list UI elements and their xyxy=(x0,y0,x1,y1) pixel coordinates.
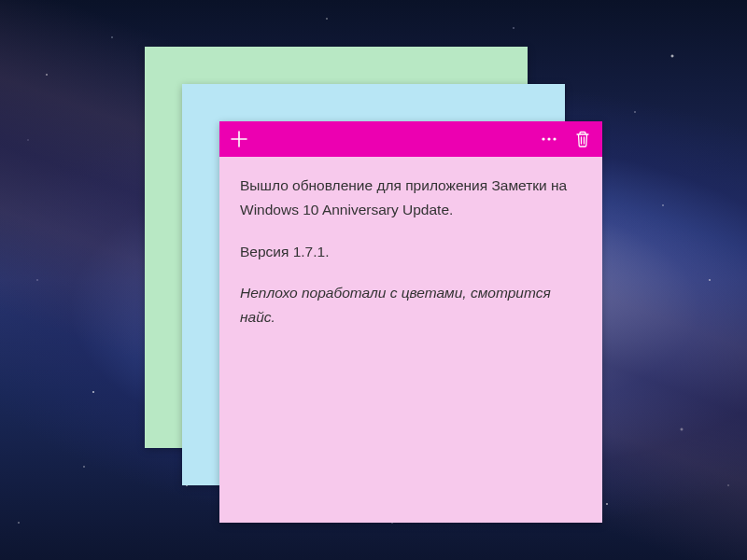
note-titlebar xyxy=(219,121,602,157)
ellipsis-icon xyxy=(541,136,557,142)
add-note-button[interactable] xyxy=(229,129,249,149)
note-text-line-1: Вышло обновление для приложения Заметки … xyxy=(240,174,582,223)
sticky-note-pink[interactable]: Вышло обновление для приложения Заметки … xyxy=(219,121,602,523)
plus-icon xyxy=(231,131,247,147)
delete-note-button[interactable] xyxy=(572,129,593,149)
svg-point-1 xyxy=(547,137,550,140)
trash-icon xyxy=(575,131,590,147)
note-text-line-2: Версия 1.7.1. xyxy=(240,240,582,264)
svg-point-0 xyxy=(542,137,544,140)
svg-point-2 xyxy=(553,137,556,140)
note-content[interactable]: Вышло обновление для приложения Заметки … xyxy=(219,157,602,364)
note-text-line-3: Неплохо поработали с цветами, смотрится … xyxy=(240,281,582,330)
more-options-button[interactable] xyxy=(539,129,559,149)
